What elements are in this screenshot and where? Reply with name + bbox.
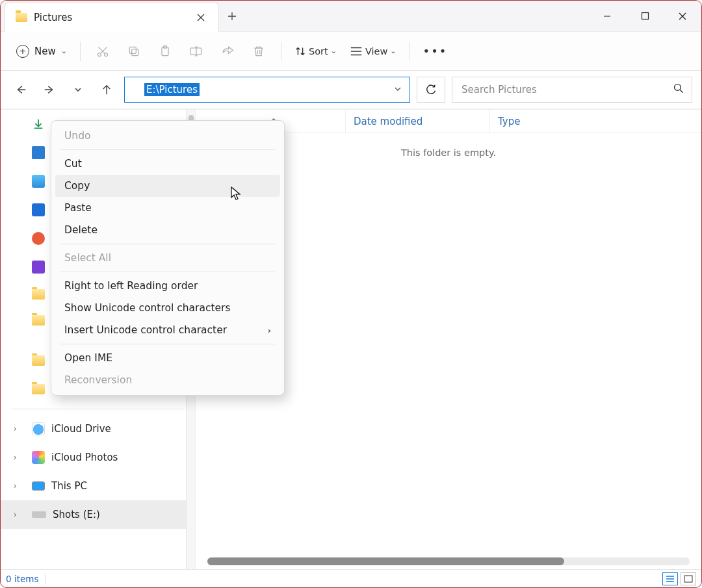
sidebar-item-icloud-photos[interactable]: › iCloud Photos [1, 443, 195, 472]
separator [80, 42, 81, 61]
column-date-header[interactable]: Date modified [345, 110, 489, 133]
chevron-right-icon: › [14, 424, 17, 433]
chevron-down-icon [73, 85, 83, 94]
folder-icon [32, 384, 45, 394]
copy-icon [127, 45, 140, 58]
grid-icon [32, 203, 45, 216]
new-button[interactable]: + New ⌄ [12, 38, 71, 64]
arrow-right-icon [44, 84, 55, 96]
sidebar-item-label: Shots (E:) [53, 509, 100, 520]
status-item-count: 0 items [6, 574, 38, 584]
address-bar[interactable]: E:\Pictures [124, 77, 410, 103]
ctx-undo: Undo [55, 125, 280, 147]
svg-point-8 [675, 84, 681, 91]
computer-icon [32, 481, 45, 491]
clipboard-icon [159, 45, 172, 58]
active-tab[interactable]: Pictures [5, 2, 219, 32]
chevron-right-icon: › [14, 453, 17, 462]
document-icon [32, 146, 45, 159]
ctx-insert-unicode[interactable]: Insert Unicode control character › [55, 319, 280, 341]
details-view-button[interactable] [662, 572, 678, 585]
ctx-show-unicode[interactable]: Show Unicode control characters [55, 297, 280, 319]
paste-button[interactable] [152, 38, 178, 64]
view-list-icon [350, 45, 363, 57]
separator [60, 244, 275, 244]
svg-point-2 [104, 53, 107, 56]
column-type-label: Type [498, 116, 520, 127]
thumbnails-view-button[interactable] [681, 572, 696, 585]
column-date-label: Date modified [354, 116, 422, 127]
scrollbar-thumb[interactable] [207, 557, 564, 565]
share-button[interactable] [214, 38, 240, 64]
image-icon [32, 175, 45, 188]
folder-icon [130, 86, 140, 94]
horizontal-scrollbar[interactable] [207, 557, 690, 565]
drive-icon [32, 511, 46, 518]
separator [11, 409, 185, 409]
separator [45, 574, 46, 584]
chevron-right-icon: › [14, 481, 17, 491]
address-history-button[interactable] [391, 85, 404, 95]
separator [281, 42, 281, 61]
new-tab-button[interactable] [219, 1, 245, 31]
ctx-delete[interactable]: Delete [55, 219, 280, 241]
svg-rect-3 [132, 49, 138, 55]
plus-circle-icon: + [16, 45, 29, 58]
tab-title: Pictures [34, 12, 186, 23]
view-toggle [662, 572, 696, 585]
recent-locations-button[interactable] [67, 79, 89, 101]
context-menu: Undo Cut Copy Paste Delete Select All Ri… [51, 120, 285, 396]
more-button[interactable]: ••• [419, 38, 452, 64]
cloud-icon [32, 422, 45, 435]
maximize-button[interactable] [626, 1, 664, 31]
window-controls [588, 1, 701, 31]
folder-icon [32, 315, 45, 326]
ctx-open-ime[interactable]: Open IME [55, 347, 280, 369]
ctx-copy[interactable]: Copy [55, 175, 280, 197]
chevron-down-icon [394, 85, 402, 93]
video-icon [32, 261, 45, 274]
window-close-button[interactable] [664, 1, 701, 31]
delete-button[interactable] [246, 38, 272, 64]
back-button[interactable] [10, 79, 32, 101]
close-tab-button[interactable] [192, 9, 209, 26]
grid-icon [684, 575, 693, 583]
command-bar: + New ⌄ Sort ⌄ View [1, 32, 701, 71]
folder-icon [16, 13, 27, 22]
rename-button[interactable] [183, 38, 209, 64]
trash-icon [252, 45, 265, 58]
ctx-rtl-reading[interactable]: Right to left Reading order [55, 275, 280, 297]
sidebar-item-shots-e[interactable]: › Shots (E:) [1, 500, 195, 529]
sidebar-item-icloud-drive[interactable]: › iCloud Drive [1, 415, 195, 443]
svg-rect-4 [129, 47, 136, 53]
search-input[interactable] [460, 83, 667, 96]
copy-button[interactable] [121, 38, 147, 64]
sidebar-item-this-pc[interactable]: › This PC [1, 472, 195, 500]
refresh-button[interactable] [417, 77, 445, 103]
sort-icon [294, 45, 306, 57]
view-button[interactable]: View ⌄ [346, 38, 400, 64]
download-icon [32, 118, 45, 131]
share-icon [221, 45, 234, 58]
ctx-reconversion: Reconversion [55, 369, 280, 391]
column-type-header[interactable]: Type [489, 110, 548, 133]
minimize-button[interactable] [588, 1, 626, 31]
separator [60, 344, 275, 344]
sort-button[interactable]: Sort ⌄ [291, 38, 341, 64]
search-box[interactable] [452, 77, 692, 103]
up-button[interactable] [96, 79, 118, 101]
chevron-down-icon: ⌄ [331, 47, 337, 55]
sort-label: Sort [309, 46, 328, 57]
separator [60, 272, 275, 272]
cut-button[interactable] [90, 38, 116, 64]
ctx-cut[interactable]: Cut [55, 153, 280, 175]
chevron-right-icon: › [268, 326, 271, 335]
new-label: New [34, 45, 56, 57]
rename-icon [189, 45, 203, 58]
photos-icon [32, 451, 45, 464]
forward-button[interactable] [38, 79, 60, 101]
scissors-icon [96, 45, 109, 58]
svg-point-1 [98, 53, 101, 56]
refresh-icon [425, 84, 437, 96]
ctx-paste[interactable]: Paste [55, 197, 280, 219]
